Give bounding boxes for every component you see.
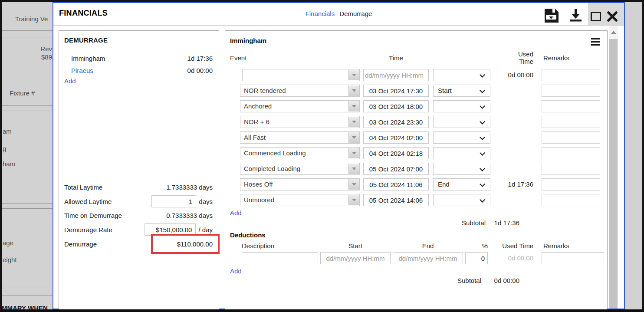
combo-dropdown-button[interactable] bbox=[348, 85, 359, 96]
event-select[interactable]: Completed Loading bbox=[240, 163, 360, 175]
time-input[interactable] bbox=[363, 100, 429, 112]
marker-select[interactable] bbox=[433, 147, 490, 159]
breadcrumb-financials-link[interactable]: Financials bbox=[306, 10, 335, 17]
bg-text: ham bbox=[3, 160, 15, 167]
divider bbox=[2, 203, 53, 204]
event-select[interactable]: Commenced Loading bbox=[240, 147, 360, 159]
event-select[interactable]: NOR tendered bbox=[240, 85, 360, 97]
remarks-input[interactable] bbox=[542, 194, 600, 206]
port-row-piraeus[interactable]: Piraeus 0d 00:00 bbox=[71, 67, 213, 74]
time-input[interactable] bbox=[363, 178, 429, 190]
time-input[interactable] bbox=[363, 69, 429, 81]
remarks-input[interactable] bbox=[542, 163, 600, 175]
deduction-percent-input[interactable] bbox=[465, 252, 488, 264]
row-label: Time on Demurrage bbox=[64, 212, 122, 219]
breadcrumb-current: Demurrage bbox=[339, 10, 372, 17]
hamburger-menu-icon[interactable] bbox=[591, 36, 600, 47]
time-input[interactable] bbox=[363, 163, 429, 175]
maximize-icon bbox=[591, 12, 601, 21]
deduction-remarks-input[interactable] bbox=[542, 252, 604, 264]
bg-text: MMARY WHEN bbox=[2, 304, 48, 309]
chevron-down-icon bbox=[480, 119, 485, 125]
column-header-ded-used-time: Used Time bbox=[494, 242, 533, 250]
chevron-down-icon bbox=[480, 166, 485, 171]
remarks-input[interactable] bbox=[542, 131, 600, 144]
total-laytime-row: Total Laytime 1.7333333 days bbox=[64, 181, 213, 193]
marker-select[interactable] bbox=[433, 194, 490, 206]
event-select[interactable]: Anchored bbox=[240, 100, 360, 112]
column-header-percent: % bbox=[465, 242, 488, 250]
caret-down-icon bbox=[352, 105, 356, 108]
combo-dropdown-button[interactable] bbox=[348, 195, 359, 205]
demurrage-summary-panel: DEMURRAGE Immingham 1d 17:36 Piraeus 0d … bbox=[59, 30, 219, 312]
bg-text: Rev bbox=[40, 45, 52, 53]
divider bbox=[2, 80, 53, 80]
event-select[interactable] bbox=[242, 69, 360, 81]
remarks-input[interactable] bbox=[542, 69, 600, 81]
time-input[interactable] bbox=[363, 85, 429, 97]
events-subtotal-value: 1d 17:36 bbox=[490, 219, 519, 227]
chevron-down-icon bbox=[480, 103, 485, 109]
caret-down-icon bbox=[352, 121, 356, 123]
marker-select[interactable] bbox=[433, 69, 490, 81]
deduction-end-input[interactable] bbox=[393, 252, 463, 264]
allowed-laytime-input[interactable] bbox=[151, 195, 196, 207]
remarks-input[interactable] bbox=[542, 147, 600, 159]
combo-dropdown-button[interactable] bbox=[348, 179, 359, 190]
events-subtotal-label: Subtotal bbox=[425, 219, 486, 227]
chevron-down-icon bbox=[480, 72, 485, 78]
scrollbar-up-button[interactable] bbox=[609, 26, 618, 38]
time-input[interactable] bbox=[363, 194, 429, 206]
time-input[interactable] bbox=[363, 116, 429, 128]
marker-select[interactable] bbox=[433, 163, 490, 175]
event-select[interactable]: NOR + 6 bbox=[240, 116, 360, 128]
combo-dropdown-button[interactable] bbox=[348, 132, 359, 143]
panel-title: DEMURRAGE bbox=[64, 36, 108, 44]
divider bbox=[2, 295, 53, 296]
deduction-start-input[interactable] bbox=[320, 252, 391, 264]
combo-dropdown-button[interactable] bbox=[348, 101, 359, 112]
deductions-title: Deductions bbox=[230, 231, 266, 239]
divider bbox=[2, 105, 53, 106]
maximize-button[interactable] bbox=[588, 8, 604, 25]
marker-select[interactable] bbox=[433, 131, 490, 144]
caret-down-icon bbox=[352, 152, 356, 154]
marker-select[interactable] bbox=[433, 116, 490, 128]
marker-select[interactable]: Start bbox=[433, 85, 490, 97]
save-button[interactable] bbox=[543, 7, 559, 24]
deductions-subtotal-label: Subtotal bbox=[421, 277, 481, 284]
port-row-immingham[interactable]: Immingham 1d 17:36 bbox=[71, 55, 213, 62]
add-event-link[interactable]: Add bbox=[230, 209, 242, 217]
download-button[interactable] bbox=[567, 7, 584, 24]
remarks-input[interactable] bbox=[542, 178, 600, 190]
combo-dropdown-button[interactable] bbox=[348, 117, 359, 127]
financials-modal: FINANCIALS Financials Demurrage bbox=[53, 2, 625, 309]
time-input[interactable] bbox=[363, 131, 429, 144]
event-select[interactable]: Hoses Off bbox=[240, 178, 360, 190]
close-button[interactable] bbox=[604, 8, 621, 25]
marker-select[interactable] bbox=[433, 100, 490, 112]
combo-dropdown-button[interactable] bbox=[348, 148, 359, 158]
time-on-demurrage-value: 0.7333333 days bbox=[166, 212, 213, 219]
combo-dropdown-button[interactable] bbox=[348, 164, 359, 174]
event-select[interactable]: Unmoored bbox=[240, 194, 360, 206]
time-input[interactable] bbox=[363, 147, 429, 159]
remarks-input[interactable] bbox=[542, 100, 600, 112]
background-app-strip: Training Ve Rev $89 Fixture # am g ham a… bbox=[2, 2, 53, 309]
add-port-link[interactable]: Add bbox=[64, 77, 76, 85]
demurrage-rate-input[interactable] bbox=[145, 223, 196, 236]
event-select[interactable]: All Fast bbox=[240, 131, 360, 144]
combo-dropdown-button[interactable] bbox=[348, 70, 359, 80]
modal-scrollbar[interactable] bbox=[609, 26, 618, 309]
deduction-description-input[interactable] bbox=[242, 252, 318, 264]
event-row: Hoses Off End 1d 17:36 bbox=[225, 178, 607, 190]
port-name-link[interactable]: Piraeus bbox=[71, 67, 93, 74]
event-row: 0d 00:00 bbox=[225, 69, 607, 81]
row-label: Total Laytime bbox=[64, 184, 102, 191]
scrollbar-thumb[interactable] bbox=[609, 39, 618, 309]
deductions-subtotal-value: 0d 00:00 bbox=[490, 277, 519, 284]
add-deduction-link[interactable]: Add bbox=[230, 267, 242, 275]
marker-select[interactable]: End bbox=[433, 178, 490, 190]
remarks-input[interactable] bbox=[542, 116, 600, 128]
remarks-input[interactable] bbox=[542, 85, 600, 97]
